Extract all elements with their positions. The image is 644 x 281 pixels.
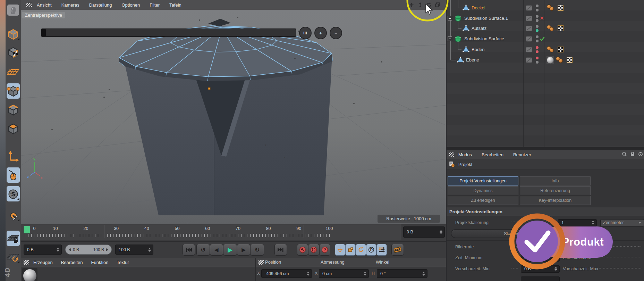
- tab-info[interactable]: Info: [520, 176, 591, 185]
- play-backward-loop-button[interactable]: ↺: [196, 244, 210, 256]
- attribute-menu-modus[interactable]: Modus: [458, 152, 472, 157]
- timeline-ruler[interactable]: 0102030405060708090100: [21, 224, 401, 240]
- panel-drag-handle-icon[interactable]: [259, 260, 264, 265]
- tab-zu-erledigen[interactable]: Zu erledigen: [448, 196, 518, 205]
- 3d-viewport[interactable]: Y X Z Zentralperspektive III+− Rasterwei…: [21, 10, 446, 224]
- polygon-object-icon[interactable]: [463, 46, 469, 54]
- selected-point[interactable]: [208, 88, 210, 90]
- lod-increase-button[interactable]: +: [314, 27, 327, 39]
- key-scale-button[interactable]: [345, 244, 356, 256]
- texture-tag-icon[interactable]: [558, 5, 564, 12]
- visibility-dots[interactable]: [535, 3, 539, 14]
- material-menu-erzeugen[interactable]: Erzeugen: [33, 260, 53, 265]
- maximize-icon[interactable]: [435, 2, 440, 9]
- panel-drag-handle-icon[interactable]: [26, 3, 32, 7]
- object-label[interactable]: Ebene: [466, 57, 479, 63]
- rotate-icon[interactable]: [426, 2, 432, 9]
- material-thumbnail[interactable]: [22, 268, 37, 281]
- viewport-menu-darstellung[interactable]: Darstellung: [89, 2, 112, 8]
- range-left-arrow-icon[interactable]: [69, 248, 71, 251]
- edges-mode-icon[interactable]: [7, 102, 20, 117]
- viewport-hud-slider[interactable]: [41, 28, 296, 37]
- expander-icon[interactable]: [448, 36, 452, 41]
- range-right-arrow-icon[interactable]: [106, 248, 108, 251]
- enabled-check-icon[interactable]: [540, 36, 545, 42]
- play-loop-button[interactable]: ↻: [250, 244, 264, 256]
- key-rotation-button[interactable]: [356, 244, 366, 256]
- points-mode-icon[interactable]: [7, 83, 20, 99]
- polygon-object-icon[interactable]: [463, 25, 469, 33]
- model-mode-icon[interactable]: [7, 26, 20, 42]
- object-row-subdivision-surface-1[interactable]: Subdivision Surface.1: [447, 13, 644, 24]
- phong-tags-icon[interactable]: [546, 46, 555, 55]
- mesh-object[interactable]: [119, 19, 333, 215]
- tool-preview-icon[interactable]: [7, 2, 20, 17]
- phong-tags-icon[interactable]: [546, 4, 555, 14]
- current-frame-field[interactable]: 0 B: [403, 226, 445, 238]
- object-row-ebene[interactable]: Ebene: [447, 55, 644, 65]
- tab-key-interpolation[interactable]: Key-Interpolation: [520, 196, 591, 205]
- workplane-lock-icon[interactable]: [7, 231, 20, 246]
- object-label[interactable]: Subdivision Surface: [464, 36, 504, 41]
- coord-field-0[interactable]: -409.456 cm: [261, 269, 312, 278]
- next-frame-button[interactable]: ▶: [237, 244, 250, 256]
- tab-projekt-voreinstellungen[interactable]: Projekt-Voreinstellungen: [448, 176, 518, 185]
- disabled-x-icon[interactable]: [540, 16, 544, 22]
- phong-tags-icon[interactable]: [546, 24, 555, 34]
- material-menu-funktion[interactable]: Funktion: [91, 260, 109, 265]
- timeline-window-button[interactable]: [391, 244, 404, 256]
- keyframe-selection-button[interactable]: ?: [319, 244, 330, 256]
- layer-icon[interactable]: [526, 36, 532, 43]
- workplane-rotate-icon[interactable]: [7, 249, 20, 265]
- previous-frame-button[interactable]: ◀: [210, 244, 223, 256]
- viewport-menu-filter[interactable]: Filter: [150, 2, 160, 8]
- visibility-dots[interactable]: [535, 14, 539, 24]
- settings-icon[interactable]: [638, 151, 643, 158]
- viewport-menu-kameras[interactable]: Kameras: [61, 2, 79, 8]
- tweak-mode-icon[interactable]: [7, 167, 20, 183]
- layer-icon[interactable]: [526, 5, 532, 12]
- partial-field[interactable]: [521, 276, 560, 281]
- coord-field-1[interactable]: 0 cm: [319, 269, 369, 278]
- zoom-icon[interactable]: [417, 2, 423, 9]
- attribute-menu-benutzer[interactable]: Benutzer: [513, 152, 531, 157]
- tab-referenzierung[interactable]: Referenzierung: [520, 186, 591, 195]
- key-position-button[interactable]: [335, 244, 345, 256]
- range-start-field[interactable]: 0 B: [24, 245, 62, 255]
- material-menu-textur[interactable]: Textur: [117, 260, 129, 265]
- texture-tag-icon[interactable]: [558, 25, 564, 33]
- range-end-field[interactable]: 100 B: [115, 245, 153, 255]
- attribute-object-header[interactable]: Projekt: [447, 159, 644, 170]
- texture-tag-icon[interactable]: [567, 57, 573, 64]
- unit-dropdown[interactable]: Zentimeter: [600, 219, 644, 226]
- visibility-dots[interactable]: [535, 45, 539, 56]
- autokey-button[interactable]: [308, 244, 319, 256]
- time-min-field[interactable]: 0 B: [521, 254, 560, 262]
- record-keyframe-button[interactable]: [297, 244, 308, 256]
- layer-icon[interactable]: [526, 26, 532, 33]
- goto-start-button[interactable]: [183, 244, 195, 256]
- polygon-object-icon[interactable]: [457, 57, 464, 64]
- object-label[interactable]: Subdivision Surface.1: [464, 16, 508, 21]
- texture-mode-icon[interactable]: [7, 44, 20, 60]
- play-button[interactable]: ▶: [223, 244, 237, 256]
- object-label[interactable]: Deckel: [472, 5, 485, 10]
- panel-drag-handle-icon[interactable]: [24, 260, 29, 265]
- material-menu-bearbeiten[interactable]: Bearbeiten: [61, 260, 83, 265]
- framerate-field[interactable]: [521, 243, 560, 251]
- expander-icon[interactable]: [448, 16, 452, 20]
- phong-tags-icon[interactable]: [556, 56, 564, 66]
- material-tag[interactable]: [546, 56, 554, 65]
- scale-project-button[interactable]: Skaliere Projekt: [451, 229, 587, 238]
- panel-splitter[interactable]: [447, 147, 644, 150]
- search-icon[interactable]: [622, 151, 627, 158]
- polygon-object-icon[interactable]: [463, 5, 469, 12]
- goto-end-button[interactable]: [274, 244, 287, 256]
- workplane-paint-mode-icon[interactable]: [7, 65, 20, 80]
- object-row-aufsatz[interactable]: Aufsatz: [447, 23, 644, 34]
- subdivision-object-icon[interactable]: [455, 35, 461, 44]
- visibility-dots[interactable]: [535, 34, 539, 45]
- stepper[interactable]: [439, 230, 443, 234]
- layer-icon[interactable]: [526, 47, 532, 54]
- object-row-deckel[interactable]: Deckel: [447, 3, 644, 13]
